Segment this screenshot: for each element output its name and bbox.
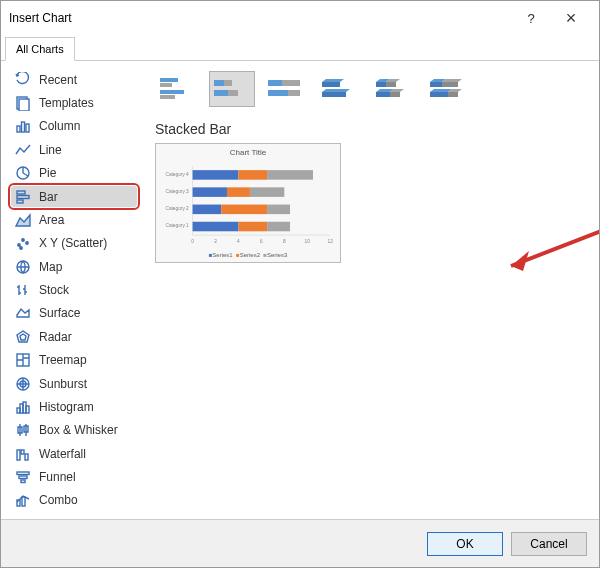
sidebar-item-label: Surface (39, 306, 80, 320)
stock-icon (15, 282, 31, 298)
sidebar-item-label: Map (39, 260, 62, 274)
svg-rect-25 (25, 454, 28, 460)
sidebar-item-label: Line (39, 143, 62, 157)
svg-rect-38 (228, 90, 238, 96)
sidebar-item-funnel[interactable]: Funnel (11, 466, 137, 487)
sidebar-item-treemap[interactable]: Treemap (11, 350, 137, 371)
svg-rect-66 (221, 205, 267, 215)
svg-rect-32 (160, 83, 172, 87)
svg-rect-46 (386, 82, 396, 87)
sidebar-item-stock[interactable]: Stock (11, 279, 137, 300)
svg-rect-6 (17, 191, 25, 194)
svg-rect-4 (26, 124, 29, 132)
svg-point-11 (26, 242, 28, 244)
subtype-stacked-bar[interactable] (209, 71, 255, 107)
chart-preview[interactable]: Chart Title Category 4 Category 3 Catego… (155, 143, 341, 263)
sidebar-item-histogram[interactable]: Histogram (11, 396, 137, 417)
sidebar-item-map[interactable]: Map (11, 256, 137, 277)
svg-rect-50 (442, 82, 458, 87)
column-icon (15, 118, 31, 134)
sidebar-item-label: Treemap (39, 353, 87, 367)
sidebar-item-label: Stock (39, 283, 69, 297)
svg-rect-64 (250, 187, 284, 197)
svg-text:0: 0 (191, 239, 194, 244)
sidebar-item-line[interactable]: Line (11, 139, 137, 160)
svg-text:10: 10 (305, 239, 311, 244)
area-icon (15, 212, 31, 228)
sidebar-item-label: Area (39, 213, 64, 227)
preview-legend: ■Series1 ■Series2 ■Series3 (162, 252, 334, 258)
svg-rect-23 (17, 450, 20, 460)
sidebar-item-recent[interactable]: Recent (11, 69, 137, 90)
svg-rect-34 (160, 95, 175, 99)
treemap-icon (15, 352, 31, 368)
svg-point-9 (18, 244, 20, 246)
svg-rect-41 (268, 90, 288, 96)
tab-all-charts[interactable]: All Charts (5, 37, 75, 61)
templates-icon (15, 95, 31, 111)
svg-text:8: 8 (283, 239, 286, 244)
sidebar-item-scatter[interactable]: X Y (Scatter) (11, 233, 137, 254)
svg-rect-30 (22, 497, 25, 506)
svg-text:12: 12 (328, 239, 334, 244)
svg-rect-61 (267, 170, 313, 180)
svg-text:Category 1: Category 1 (165, 223, 189, 228)
svg-rect-51 (430, 92, 448, 97)
svg-rect-37 (214, 90, 228, 96)
cancel-button[interactable]: Cancel (511, 532, 587, 556)
titlebar: Insert Chart ? × (1, 1, 599, 35)
svg-rect-67 (267, 205, 290, 215)
sidebar-item-label: Bar (39, 190, 58, 204)
svg-rect-44 (322, 92, 346, 97)
svg-rect-33 (160, 90, 184, 94)
scatter-icon (15, 235, 31, 251)
sidebar-item-label: Sunburst (39, 377, 87, 391)
recent-icon (15, 72, 31, 88)
ok-button[interactable]: OK (427, 532, 503, 556)
bar-icon (15, 189, 31, 205)
svg-rect-27 (19, 476, 27, 479)
subtype-100-stacked-bar[interactable] (263, 71, 309, 107)
help-button[interactable]: ? (511, 4, 551, 32)
sidebar-item-radar[interactable]: Radar (11, 326, 137, 347)
subtype-clustered-bar[interactable] (155, 71, 201, 107)
sidebar-item-bar[interactable]: Bar (11, 186, 137, 207)
svg-rect-60 (238, 170, 267, 180)
sidebar-item-surface[interactable]: Surface (11, 303, 137, 324)
close-button[interactable]: × (551, 4, 591, 32)
sidebar-item-waterfall[interactable]: Waterfall (11, 443, 137, 464)
section-title: Stacked Bar (155, 121, 585, 137)
svg-point-10 (22, 239, 24, 241)
sidebar-item-pie[interactable]: Pie (11, 163, 137, 184)
map-icon (15, 259, 31, 275)
sidebar-item-column[interactable]: Column (11, 116, 137, 137)
svg-rect-39 (268, 80, 282, 86)
subtype-3d-100-stacked-bar[interactable] (425, 71, 471, 107)
sidebar-item-sunburst[interactable]: Sunburst (11, 373, 137, 394)
svg-text:4: 4 (237, 239, 240, 244)
svg-rect-2 (17, 126, 20, 132)
sidebar-item-combo[interactable]: Combo (11, 490, 137, 511)
line-icon (15, 142, 31, 158)
pie-icon (15, 165, 31, 181)
sidebar-item-label: Combo (39, 493, 78, 507)
svg-point-12 (20, 247, 22, 249)
sidebar-item-label: Radar (39, 330, 72, 344)
svg-rect-26 (17, 472, 29, 475)
sidebar-item-templates[interactable]: Templates (11, 92, 137, 113)
sidebar-item-area[interactable]: Area (11, 209, 137, 230)
svg-text:2: 2 (214, 239, 217, 244)
sidebar-item-label: Templates (39, 96, 94, 110)
sidebar-item-label: Column (39, 119, 80, 133)
svg-text:Category 3: Category 3 (165, 189, 189, 194)
preview-title: Chart Title (162, 148, 334, 157)
svg-rect-42 (288, 90, 300, 96)
subtype-row (155, 71, 585, 107)
chart-type-sidebar: Recent Templates Column Line Pie Bar (1, 61, 141, 519)
svg-text:6: 6 (260, 239, 263, 244)
subtype-3d-clustered-bar[interactable] (317, 71, 363, 107)
sidebar-item-boxwhisker[interactable]: Box & Whisker (11, 420, 137, 441)
insert-chart-dialog: Insert Chart ? × All Charts Recent Templ… (0, 0, 600, 568)
svg-rect-7 (17, 195, 29, 198)
subtype-3d-stacked-bar[interactable] (371, 71, 417, 107)
